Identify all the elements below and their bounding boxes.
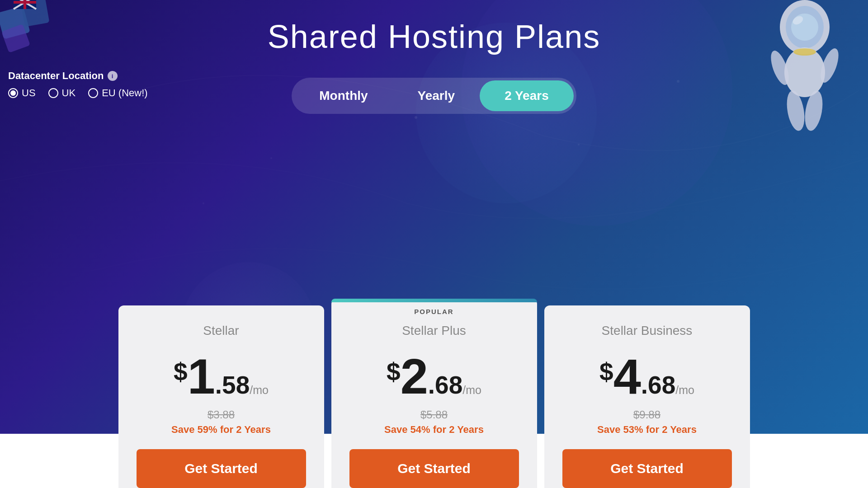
price-whole-stellar-plus: 2: [401, 352, 428, 401]
price-dollar-stellar-business: $: [599, 352, 613, 385]
price-cents-stellar: .58: [215, 373, 250, 401]
plan-price-stellar-plus: $ 2 .68 /mo: [349, 352, 519, 401]
price-save-stellar-business: Save 53% for 2 Years: [562, 424, 732, 436]
plans-section: Stellar $ 1 .58 /mo $3.88 Save 59% for 2…: [0, 299, 868, 488]
get-started-stellar-business[interactable]: Get Started: [562, 449, 732, 488]
popular-badge: POPULAR: [414, 308, 453, 315]
price-per-stellar-plus: /mo: [462, 385, 481, 401]
billing-option-yearly[interactable]: Yearly: [393, 80, 480, 111]
price-per-stellar-business: /mo: [675, 385, 694, 401]
price-dollar-stellar-plus: $: [387, 352, 401, 385]
plan-name-stellar-plus: Stellar Plus: [349, 324, 519, 338]
price-original-stellar-business: $9.88: [562, 408, 732, 421]
get-started-stellar[interactable]: Get Started: [137, 449, 306, 488]
billing-option-monthly[interactable]: Monthly: [294, 80, 392, 111]
plan-accent-stellar-plus: [331, 299, 537, 302]
header: Shared Hosting Plans Monthly Yearly 2 Ye…: [0, 0, 868, 114]
price-cents-stellar-plus: .68: [428, 373, 462, 401]
plan-card-stellar: Stellar $ 1 .58 /mo $3.88 Save 59% for 2…: [118, 305, 324, 488]
billing-option-2years[interactable]: 2 Years: [480, 80, 574, 111]
price-per-stellar: /mo: [250, 385, 269, 401]
svg-point-4: [203, 202, 204, 204]
price-dollar-stellar: $: [174, 352, 188, 385]
price-whole-stellar-business: 4: [613, 352, 641, 401]
plan-card-stellar-plus: POPULAR Stellar Plus $ 2 .68 /mo $5.88 S…: [331, 299, 537, 488]
get-started-stellar-plus[interactable]: Get Started: [349, 449, 519, 488]
price-whole-stellar: 1: [188, 352, 215, 401]
price-original-stellar: $3.88: [137, 408, 306, 421]
plan-name-stellar: Stellar: [137, 324, 306, 338]
price-cents-stellar-business: .68: [641, 373, 675, 401]
plan-name-stellar-business: Stellar Business: [562, 324, 732, 338]
price-amount-stellar-plus: $ 2 .68 /mo: [387, 352, 481, 401]
page-wrapper: Datacenter Location i US UK EU (New!) Sh…: [0, 0, 868, 488]
page-title: Shared Hosting Plans: [0, 18, 868, 55]
price-amount-stellar-business: $ 4 .68 /mo: [599, 352, 694, 401]
price-amount-stellar: $ 1 .58 /mo: [174, 352, 269, 401]
plan-price-stellar-business: $ 4 .68 /mo: [562, 352, 732, 401]
price-save-stellar: Save 59% for 2 Years: [137, 424, 306, 436]
plan-card-stellar-business: Stellar Business $ 4 .68 /mo $9.88 Save …: [544, 305, 750, 488]
billing-toggle: Monthly Yearly 2 Years: [292, 78, 576, 114]
plan-price-stellar: $ 1 .58 /mo: [137, 352, 306, 401]
price-save-stellar-plus: Save 54% for 2 Years: [349, 424, 519, 436]
svg-point-2: [270, 157, 272, 159]
price-original-stellar-plus: $5.88: [349, 408, 519, 421]
